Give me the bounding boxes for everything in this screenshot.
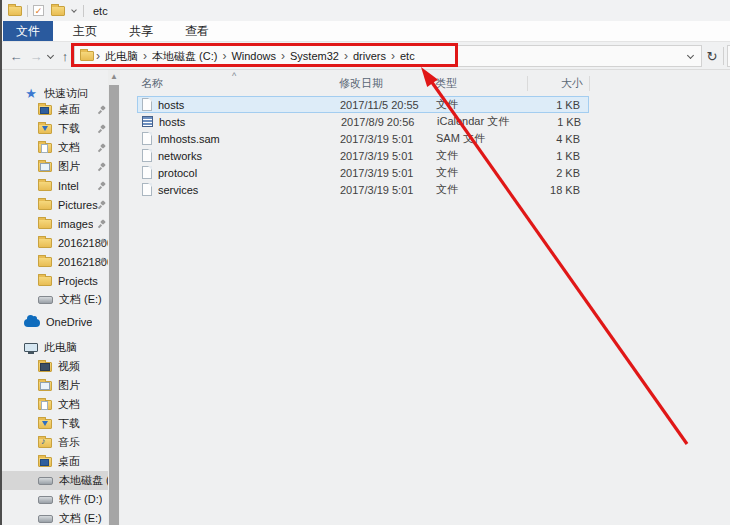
pin-icon [98, 239, 106, 247]
folder-icon [38, 276, 52, 286]
qat-new-folder-icon[interactable] [51, 6, 65, 16]
pictures-folder-icon [38, 381, 52, 391]
up-icon[interactable]: ↑ [57, 42, 73, 70]
qat-properties-icon[interactable]: ✓ [33, 5, 44, 16]
pin-icon [98, 182, 106, 190]
sidebar-item-intel[interactable]: Intel [2, 176, 120, 195]
sidebar-item-pc-documents[interactable]: 文档 [2, 395, 120, 414]
address-toolbar: ← → ↑ › 此电脑 › 本地磁盘 (C:) › Windows › Syst… [2, 42, 730, 70]
divider [27, 5, 28, 17]
sidebar-item-software-drive-d[interactable]: 软件 (D:) [2, 490, 120, 509]
computer-icon [24, 343, 38, 352]
app-folder-icon [8, 6, 22, 16]
pin-icon [98, 201, 106, 209]
pin-icon [98, 144, 106, 152]
downloads-folder-icon [38, 419, 52, 429]
tab-home[interactable]: 主页 [61, 21, 109, 41]
icalendar-file-icon [142, 116, 153, 127]
desktop-folder-icon [38, 105, 52, 115]
sidebar-item-local-disk-c[interactable]: 本地磁盘 (C:) [2, 471, 120, 490]
refresh-icon[interactable]: ↻ [704, 45, 720, 67]
sidebar-item-documents[interactable]: 文档 [2, 138, 120, 157]
sidebar-item-docs-drive-e2[interactable]: 文档 (E:) [2, 509, 120, 525]
pictures-folder-icon [38, 162, 52, 172]
column-header-name[interactable]: 名称 [137, 76, 339, 91]
sidebar-item-projects[interactable]: Projects [2, 271, 120, 290]
address-dropdown-chevron-icon[interactable] [686, 50, 695, 62]
file-icon [142, 98, 152, 111]
music-folder-icon [38, 438, 52, 448]
sidebar-item-downloads[interactable]: 下载 [2, 119, 120, 138]
downloads-folder-icon [38, 124, 52, 134]
column-divider[interactable] [527, 76, 528, 91]
folder-icon [38, 181, 52, 191]
sidebar-item-images[interactable]: images [2, 214, 120, 233]
column-header-size[interactable]: 大小 [527, 76, 583, 91]
sidebar-item-pc-desktop[interactable]: 桌面 [2, 452, 120, 471]
file-row-services[interactable]: services 2017/3/19 5:01 文件 18 KB [137, 181, 589, 198]
sidebar-item-20162180063-a[interactable]: 20162180063 [2, 233, 120, 252]
tab-share[interactable]: 共享 [117, 21, 165, 41]
pin-icon [98, 106, 106, 114]
file-row-hosts[interactable]: hosts 2017/11/5 20:55 文件 1 KB [137, 96, 589, 113]
breadcrumb-windows[interactable]: Windows [228, 50, 279, 62]
file-icon [142, 149, 152, 162]
sidebar-item-videos[interactable]: 视频 [2, 357, 120, 376]
breadcrumb-separator[interactable]: › [389, 49, 397, 63]
breadcrumb-this-pc[interactable]: 此电脑 [102, 49, 141, 64]
forward-icon[interactable]: → [28, 42, 44, 70]
pin-icon [98, 220, 106, 228]
pin-icon [98, 125, 106, 133]
sidebar-item-pc-pictures[interactable]: 图片 [2, 376, 120, 395]
file-icon [142, 132, 152, 145]
sidebar-item-20162180063-b[interactable]: 20162180063 [2, 252, 120, 271]
folder-icon [38, 219, 52, 229]
breadcrumb-local-disk-c[interactable]: 本地磁盘 (C:) [149, 49, 220, 64]
breadcrumb-etc[interactable]: etc [397, 50, 418, 62]
folder-icon [38, 200, 52, 210]
breadcrumb-separator[interactable]: › [94, 49, 102, 63]
back-icon[interactable]: ← [8, 42, 24, 70]
drive-icon [38, 496, 53, 504]
sidebar-item-pictures-en[interactable]: Pictures [2, 195, 120, 214]
folder-icon [38, 257, 52, 267]
file-rows: hosts 2017/11/5 20:55 文件 1 KB hosts 2017… [137, 96, 589, 198]
column-header-type[interactable]: 类型 [435, 76, 527, 91]
documents-folder-icon [38, 400, 52, 410]
ribbon-tab-bar: 文件 主页 共享 查看 [2, 21, 730, 42]
folder-icon [38, 238, 52, 248]
breadcrumb-separator[interactable]: › [279, 49, 287, 63]
star-icon: ★ [24, 88, 38, 99]
sidebar-item-desktop[interactable]: 桌面 [2, 100, 120, 119]
sidebar-item-pictures-cn[interactable]: 图片 [2, 157, 120, 176]
file-row-hosts-ical[interactable]: hosts 2017/8/9 20:56 iCalendar 文件 1 KB [137, 113, 589, 130]
scroll-up-icon[interactable]: ▲ [108, 70, 120, 84]
column-header-date[interactable]: 修改日期 [339, 76, 435, 91]
sidebar-group-onedrive[interactable]: OneDrive [2, 312, 120, 331]
recent-locations-chevron-icon[interactable] [44, 42, 56, 70]
address-bar[interactable]: › 此电脑 › 本地磁盘 (C:) › Windows › System32 ›… [74, 45, 702, 67]
file-row-protocol[interactable]: protocol 2017/3/19 5:01 文件 2 KB [137, 164, 589, 181]
breadcrumb-system32[interactable]: System32 [287, 50, 342, 62]
column-headers: 名称 ^ 修改日期 类型 大小 [137, 74, 589, 92]
drive-icon [38, 515, 53, 523]
tab-view[interactable]: 查看 [173, 21, 221, 41]
column-divider[interactable] [589, 76, 590, 91]
drive-icon [38, 296, 53, 304]
sort-ascending-icon: ^ [232, 71, 236, 81]
qat-customize-chevron-icon[interactable] [71, 7, 77, 13]
breadcrumb-separator[interactable]: › [141, 49, 149, 63]
sidebar-scrollbar[interactable]: ▲ [108, 70, 120, 525]
scrollbar-thumb[interactable] [109, 85, 119, 525]
sidebar-item-music[interactable]: 音乐 [2, 433, 120, 452]
sidebar-item-pc-downloads[interactable]: 下载 [2, 414, 120, 433]
sidebar-group-this-pc[interactable]: 此电脑 [2, 338, 120, 357]
breadcrumb-separator[interactable]: › [220, 49, 228, 63]
sidebar-item-docs-drive-e[interactable]: 文档 (E:) [2, 290, 120, 309]
file-row-networks[interactable]: networks 2017/3/19 5:01 文件 1 KB [137, 147, 589, 164]
tab-file[interactable]: 文件 [3, 21, 53, 41]
file-row-lmhosts[interactable]: lmhosts.sam 2017/3/19 5:01 SAM 文件 4 KB [137, 130, 589, 147]
file-explorer-window: ✓ etc 文件 主页 共享 查看 ← → ↑ › 此电脑 › 本地磁盘 (C:… [0, 0, 730, 525]
breadcrumb-drivers[interactable]: drivers [350, 50, 389, 62]
breadcrumb-separator[interactable]: › [342, 49, 350, 63]
